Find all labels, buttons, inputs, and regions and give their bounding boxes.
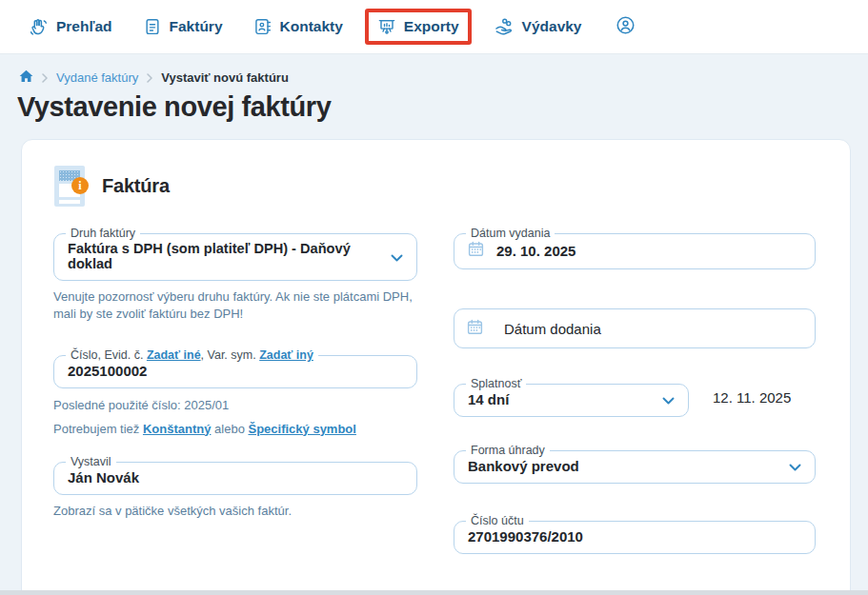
- chevron-down-icon: [789, 458, 801, 474]
- issue-date-label: Dátum vydania: [466, 228, 555, 240]
- issue-date-input[interactable]: Dátum vydania 29. 10. 2025: [454, 228, 816, 269]
- hand-coins-icon: [494, 16, 515, 37]
- issued-by-value: Ján Novák: [67, 468, 404, 494]
- specific-symbol-link[interactable]: Špecifický symbol: [248, 422, 355, 436]
- account-number-input[interactable]: Číslo účtu 2701990376/2010: [454, 515, 816, 554]
- calendar-icon: [468, 241, 484, 260]
- invoice-type-helper: Venujte pozornosť výberu druhu faktúry. …: [53, 288, 417, 322]
- last-used-number-hint: Posledné použité číslo: 2025/01: [53, 397, 417, 414]
- issued-by-helper: Zobrazí sa v pätičke všetkých vašich fak…: [53, 503, 417, 520]
- issued-by-label: Vystavil: [66, 456, 116, 468]
- invoice-form-card: i Faktúra Druh faktúry Faktúra s DPH (so…: [21, 139, 851, 595]
- due-term-select[interactable]: Splatnosť 14 dní: [454, 378, 689, 417]
- enter-other-number-link[interactable]: Zadať iné: [147, 348, 201, 362]
- invoice-type-value: Faktúra s DPH (som platiteľ DPH) - Daňov…: [68, 241, 391, 271]
- nav-item-kontakty[interactable]: Kontakty: [253, 17, 343, 36]
- nav-item-faktury[interactable]: Faktúry: [143, 17, 223, 36]
- section-title: Faktúra: [102, 175, 170, 197]
- section-header: i Faktúra: [53, 166, 814, 207]
- calendar-icon: [467, 319, 483, 338]
- enter-other-varsym-link[interactable]: Zadať iný: [259, 348, 313, 362]
- nav-label-kontakty: Kontakty: [280, 18, 343, 35]
- document-icon: [143, 17, 162, 36]
- nav-item-exporty[interactable]: Exporty: [377, 17, 459, 36]
- nav-item-prehlad[interactable]: Prehľad: [29, 17, 112, 37]
- exporty-highlight-box: Exporty: [365, 9, 472, 45]
- delivery-date-input[interactable]: Dátum dodania: [454, 308, 816, 348]
- payment-method-select[interactable]: Forma úhrady Bankový prevod: [454, 445, 816, 484]
- chevron-down-icon: [662, 391, 675, 407]
- user-circle-icon: [615, 14, 636, 40]
- invoice-number-input[interactable]: Číslo, Evid. č. Zadať iné, Var. sym. Zad…: [53, 349, 417, 388]
- account-button[interactable]: [615, 14, 636, 40]
- nav-item-vydavky[interactable]: Výdavky: [494, 16, 582, 37]
- page-title: Vystavenie novej faktúry: [17, 91, 868, 123]
- info-icon: i: [71, 177, 89, 194]
- home-icon[interactable]: [19, 69, 33, 86]
- breadcrumb: Vydané faktúry Vystaviť novú faktúru: [0, 54, 868, 86]
- bottom-edge-strip: [0, 590, 868, 595]
- chevron-down-icon: [391, 248, 403, 265]
- payment-method-label: Forma úhrady: [466, 445, 550, 457]
- invoice-document-icon: i: [54, 166, 85, 207]
- invoice-type-label: Druh faktúry: [66, 228, 140, 240]
- invoice-number-value: 2025100002: [67, 362, 404, 387]
- payment-method-value: Bankový prevod: [468, 458, 579, 474]
- constant-symbol-link[interactable]: Konštantný: [143, 422, 212, 436]
- symbols-hint: Potrebujem tiež Konštantný alebo Špecifi…: [53, 421, 417, 438]
- invoice-type-select[interactable]: Druh faktúry Faktúra s DPH (som platiteľ…: [53, 228, 417, 281]
- due-term-label: Splatnosť: [466, 378, 526, 390]
- chevron-right-icon: [147, 73, 152, 83]
- wave-hand-icon: [29, 17, 49, 37]
- breadcrumb-current: Vystaviť novú faktúru: [161, 70, 289, 85]
- nav-label-exporty: Exporty: [404, 18, 459, 35]
- delivery-date-placeholder: Dátum dodania: [504, 321, 601, 337]
- nav-label-faktury: Faktúry: [170, 18, 223, 35]
- account-number-value: 2701990376/2010: [467, 527, 802, 553]
- invoice-number-label: Číslo, Evid. č.: [71, 348, 147, 362]
- nav-label-prehlad: Prehľad: [56, 18, 112, 35]
- issue-date-value: 29. 10. 2025: [496, 243, 575, 259]
- address-book-icon: [253, 17, 273, 36]
- due-term-value: 14 dní: [468, 391, 509, 407]
- nav-label-vydavky: Výdavky: [522, 18, 582, 35]
- top-navigation: Prehľad Faktúry Kontakty: [0, 0, 868, 54]
- chevron-right-icon: [42, 73, 48, 83]
- due-date-value: 12. 11. 2025: [713, 389, 791, 406]
- presentation-icon: [377, 17, 396, 36]
- issued-by-input[interactable]: Vystavil Ján Novák: [53, 456, 417, 495]
- account-number-label: Číslo účtu: [466, 515, 529, 527]
- breadcrumb-link-vydane-faktury[interactable]: Vydané faktúry: [56, 70, 138, 85]
